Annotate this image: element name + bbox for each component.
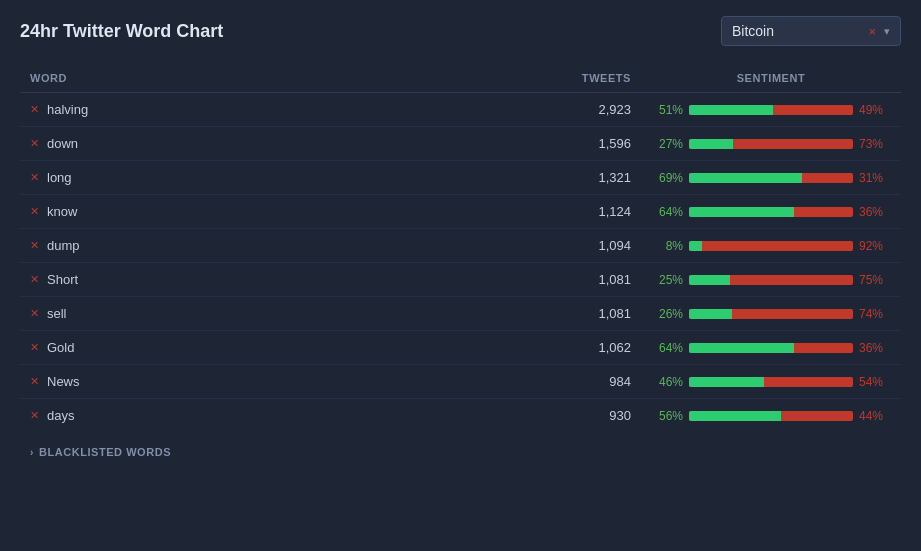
sentiment-positive-pct: 27%	[651, 137, 683, 151]
sentiment-negative-pct: 31%	[859, 171, 891, 185]
bar-green-fill	[689, 411, 781, 421]
word-label: long	[47, 170, 72, 185]
word-label: dump	[47, 238, 80, 253]
sentiment-positive-pct: 64%	[651, 341, 683, 355]
word-label: halving	[47, 102, 88, 117]
remove-word-icon[interactable]: ✕	[30, 171, 39, 184]
remove-word-icon[interactable]: ✕	[30, 205, 39, 218]
remove-word-icon[interactable]: ✕	[30, 103, 39, 116]
tweets-count: 2,923	[541, 93, 641, 127]
sentiment-bar	[689, 105, 853, 115]
tweets-count: 1,124	[541, 195, 641, 229]
sentiment-negative-pct: 54%	[859, 375, 891, 389]
sentiment-bar-container: 46% 54%	[651, 375, 891, 389]
col-header-tweets: TWEETS	[541, 64, 641, 93]
bar-green-fill	[689, 241, 702, 251]
dropdown-clear-icon[interactable]: ×	[868, 24, 876, 39]
word-label: know	[47, 204, 77, 219]
word-label: Gold	[47, 340, 74, 355]
sentiment-negative-pct: 44%	[859, 409, 891, 423]
sentiment-positive-pct: 46%	[651, 375, 683, 389]
tweets-count: 1,081	[541, 297, 641, 331]
sentiment-positive-pct: 56%	[651, 409, 683, 423]
table-row: ✕ days 930 56% 44%	[20, 399, 901, 433]
tweets-count: 1,081	[541, 263, 641, 297]
tweets-count: 1,094	[541, 229, 641, 263]
sentiment-bar	[689, 377, 853, 387]
blacklisted-words-toggle[interactable]: › BLACKLISTED WORDS	[20, 432, 901, 466]
bar-green-fill	[689, 275, 730, 285]
sentiment-bar	[689, 173, 853, 183]
remove-word-icon[interactable]: ✕	[30, 307, 39, 320]
sentiment-negative-pct: 49%	[859, 103, 891, 117]
table-row: ✕ halving 2,923 51% 49%	[20, 93, 901, 127]
bar-green-fill	[689, 207, 794, 217]
sentiment-bar	[689, 309, 853, 319]
dropdown-arrow-icon: ▾	[884, 25, 890, 38]
word-label: News	[47, 374, 80, 389]
chevron-right-icon: ›	[30, 447, 34, 458]
sentiment-positive-pct: 64%	[651, 205, 683, 219]
sentiment-bar-container: 27% 73%	[651, 137, 891, 151]
table-header-row: WORD TWEETS SENTIMENT	[20, 64, 901, 93]
table-row: ✕ down 1,596 27% 73%	[20, 127, 901, 161]
sentiment-bar-container: 51% 49%	[651, 103, 891, 117]
sentiment-bar	[689, 241, 853, 251]
page-container: 24hr Twitter Word Chart Bitcoin × ▾ WORD…	[0, 0, 921, 478]
remove-word-icon[interactable]: ✕	[30, 341, 39, 354]
bar-green-fill	[689, 105, 773, 115]
sentiment-positive-pct: 25%	[651, 273, 683, 287]
table-row: ✕ Short 1,081 25% 75%	[20, 263, 901, 297]
blacklisted-label: BLACKLISTED WORDS	[39, 446, 171, 458]
sentiment-negative-pct: 74%	[859, 307, 891, 321]
tweets-count: 1,062	[541, 331, 641, 365]
tweets-count: 984	[541, 365, 641, 399]
table-row: ✕ Gold 1,062 64% 36%	[20, 331, 901, 365]
sentiment-bar-container: 64% 36%	[651, 341, 891, 355]
sentiment-bar	[689, 411, 853, 421]
col-header-word: WORD	[20, 64, 541, 93]
sentiment-bar-container: 56% 44%	[651, 409, 891, 423]
sentiment-bar	[689, 207, 853, 217]
word-label: sell	[47, 306, 67, 321]
page-title: 24hr Twitter Word Chart	[20, 21, 223, 42]
sentiment-negative-pct: 92%	[859, 239, 891, 253]
word-label: down	[47, 136, 78, 151]
sentiment-negative-pct: 36%	[859, 341, 891, 355]
sentiment-negative-pct: 75%	[859, 273, 891, 287]
remove-word-icon[interactable]: ✕	[30, 273, 39, 286]
remove-word-icon[interactable]: ✕	[30, 239, 39, 252]
word-label: days	[47, 408, 74, 423]
bar-green-fill	[689, 377, 764, 387]
tweets-count: 1,596	[541, 127, 641, 161]
sentiment-positive-pct: 51%	[651, 103, 683, 117]
bar-green-fill	[689, 343, 794, 353]
sentiment-positive-pct: 69%	[651, 171, 683, 185]
table-row: ✕ sell 1,081 26% 74%	[20, 297, 901, 331]
sentiment-positive-pct: 26%	[651, 307, 683, 321]
sentiment-bar-container: 69% 31%	[651, 171, 891, 185]
word-chart-table: WORD TWEETS SENTIMENT ✕ halving 2,923 51…	[20, 64, 901, 432]
sentiment-bar	[689, 275, 853, 285]
word-label: Short	[47, 272, 78, 287]
sentiment-negative-pct: 36%	[859, 205, 891, 219]
col-header-sentiment: SENTIMENT	[641, 64, 901, 93]
bar-green-fill	[689, 173, 802, 183]
sentiment-bar	[689, 343, 853, 353]
sentiment-bar-container: 26% 74%	[651, 307, 891, 321]
tweets-count: 1,321	[541, 161, 641, 195]
sentiment-bar-container: 25% 75%	[651, 273, 891, 287]
remove-word-icon[interactable]: ✕	[30, 137, 39, 150]
topic-dropdown[interactable]: Bitcoin × ▾	[721, 16, 901, 46]
tweets-count: 930	[541, 399, 641, 433]
bar-green-fill	[689, 139, 733, 149]
sentiment-negative-pct: 73%	[859, 137, 891, 151]
table-row: ✕ long 1,321 69% 31%	[20, 161, 901, 195]
remove-word-icon[interactable]: ✕	[30, 409, 39, 422]
bar-green-fill	[689, 309, 732, 319]
remove-word-icon[interactable]: ✕	[30, 375, 39, 388]
dropdown-label: Bitcoin	[732, 23, 860, 39]
sentiment-bar-container: 8% 92%	[651, 239, 891, 253]
table-row: ✕ know 1,124 64% 36%	[20, 195, 901, 229]
page-header: 24hr Twitter Word Chart Bitcoin × ▾	[20, 16, 901, 46]
